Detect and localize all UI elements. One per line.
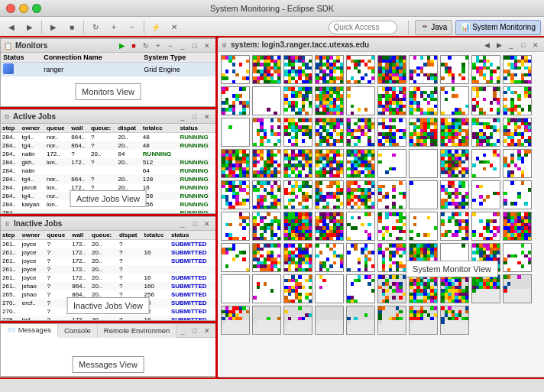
node-block[interactable]	[315, 118, 344, 147]
table-row[interactable]: 278..tg4..?172..20..?16SUBMITTED	[1, 316, 215, 320]
node-block[interactable]	[409, 274, 438, 303]
node-block[interactable]	[221, 86, 250, 115]
table-row[interactable]: 270..?864..20..?32SUBMITTED	[1, 307, 215, 316]
inactive-jobs-maximize-icon[interactable]: □	[189, 219, 200, 229]
run-button[interactable]: ▶	[45, 19, 62, 36]
system-close-icon[interactable]: ✕	[530, 40, 541, 50]
table-row[interactable]: 261..joyce?172..20..?SUBMITTED	[1, 257, 215, 265]
window-controls[interactable]	[6, 4, 41, 13]
tab-console[interactable]: Console	[58, 324, 98, 338]
node-block[interactable]	[409, 243, 438, 272]
node-block[interactable]	[346, 86, 375, 115]
remove-button[interactable]: −	[124, 19, 141, 36]
node-block[interactable]	[252, 243, 281, 272]
node-block[interactable]	[409, 180, 438, 209]
node-block[interactable]	[252, 180, 281, 209]
node-block[interactable]	[283, 55, 312, 84]
node-block[interactable]	[221, 55, 250, 84]
node-block[interactable]	[471, 180, 500, 209]
table-row[interactable]: 284..pkrolllon..172..?20..16RUNNING	[1, 183, 215, 192]
table-row[interactable]: 284..tg4..nor..864..?20..48RUNNING	[1, 133, 215, 142]
node-block[interactable]	[315, 274, 344, 303]
node-block[interactable]	[377, 149, 406, 178]
node-block[interactable]	[440, 118, 469, 147]
node-block[interactable]	[440, 212, 469, 241]
table-row[interactable]: 284..nalin172..?20..64RUNNING	[1, 150, 215, 158]
node-block[interactable]	[283, 212, 312, 241]
node-block[interactable]	[315, 55, 344, 84]
node-block[interactable]	[471, 274, 500, 303]
system-monitoring-perspective-button[interactable]: 📊 System Monitoring	[455, 20, 541, 35]
tab-remote-environment[interactable]: Remote Environmen	[98, 324, 177, 338]
node-block[interactable]	[252, 149, 281, 178]
node-block[interactable]	[283, 306, 312, 335]
active-jobs-table-scroll[interactable]: step owner queue wall queue: dispat tota…	[1, 124, 215, 213]
table-row[interactable]: 270..ercf..?360020..?16SUBMITTED	[1, 299, 215, 307]
node-block[interactable]	[503, 149, 532, 178]
close-button[interactable]	[6, 4, 15, 13]
monitors-add-icon[interactable]: +	[153, 40, 164, 51]
node-block[interactable]	[221, 118, 250, 147]
node-block[interactable]	[221, 306, 250, 335]
node-block[interactable]	[440, 306, 469, 335]
node-block[interactable]	[440, 86, 469, 115]
node-block[interactable]	[377, 274, 406, 303]
node-block[interactable]	[252, 212, 281, 241]
node-block[interactable]	[221, 180, 250, 209]
node-block[interactable]	[315, 212, 344, 241]
node-block[interactable]	[440, 149, 469, 178]
node-block[interactable]	[346, 306, 375, 335]
system-forward-icon[interactable]: ▶	[494, 40, 504, 50]
node-block[interactable]	[440, 55, 469, 84]
active-jobs-minimize-icon[interactable]: _	[177, 112, 188, 122]
table-row[interactable]: 284..tg4..nor..863..?20..128RUNNING	[1, 192, 215, 200]
node-block[interactable]	[283, 118, 312, 147]
table-row[interactable]: 284..nalin64RUNNING	[1, 167, 215, 175]
node-block[interactable]	[503, 86, 532, 115]
node-block[interactable]	[252, 118, 281, 147]
node-block[interactable]	[221, 149, 250, 178]
monitors-run-icon[interactable]: ▶	[116, 40, 127, 51]
node-block[interactable]	[471, 86, 500, 115]
monitors-stop-icon[interactable]: ■	[128, 40, 139, 51]
node-block[interactable]	[252, 306, 281, 335]
inactive-jobs-minimize-icon[interactable]: _	[177, 219, 188, 229]
node-block[interactable]	[346, 212, 375, 241]
node-block[interactable]	[315, 180, 344, 209]
refresh-button[interactable]: ↻	[87, 19, 104, 36]
node-block[interactable]	[409, 55, 438, 84]
connect-button[interactable]: ⚡	[147, 19, 164, 36]
maximize-button[interactable]	[32, 4, 41, 13]
node-block[interactable]	[252, 274, 281, 303]
inactive-jobs-table-scroll[interactable]: step owner queue wall queue: dispat tota…	[1, 231, 215, 320]
node-block[interactable]	[409, 118, 438, 147]
messages-minimize-icon[interactable]: _	[177, 326, 188, 336]
minimize-button[interactable]	[19, 4, 28, 13]
system-minimize-icon[interactable]: _	[506, 40, 516, 50]
node-block[interactable]	[503, 212, 532, 241]
table-row[interactable]: 261..joyce?172..20..?16SUBMITTED	[1, 248, 215, 257]
forward-button[interactable]: ▶	[21, 19, 38, 36]
node-block[interactable]	[283, 149, 312, 178]
node-block[interactable]	[503, 55, 532, 84]
monitors-remove-icon[interactable]: −	[165, 40, 176, 51]
node-block[interactable]	[252, 86, 281, 115]
quick-access-input[interactable]	[329, 21, 397, 34]
node-block[interactable]	[252, 55, 281, 84]
node-block[interactable]	[221, 274, 250, 303]
node-block[interactable]	[440, 274, 469, 303]
monitor-row[interactable]: ranger Grid Engine	[1, 63, 215, 77]
node-block[interactable]	[346, 149, 375, 178]
inactive-jobs-close-icon[interactable]: ✕	[202, 219, 212, 229]
messages-maximize-icon[interactable]: □	[189, 326, 200, 336]
node-block[interactable]	[346, 180, 375, 209]
node-block[interactable]	[283, 274, 312, 303]
node-block[interactable]	[315, 243, 344, 272]
active-jobs-maximize-icon[interactable]: □	[189, 112, 200, 122]
monitors-maximize-icon[interactable]: □	[189, 40, 200, 51]
table-row[interactable]: 265..jshao?864..20..?256SUBMITTED	[1, 290, 215, 299]
node-block[interactable]	[283, 243, 312, 272]
node-block[interactable]	[377, 55, 406, 84]
node-block[interactable]	[440, 180, 469, 209]
node-block[interactable]	[503, 274, 532, 303]
